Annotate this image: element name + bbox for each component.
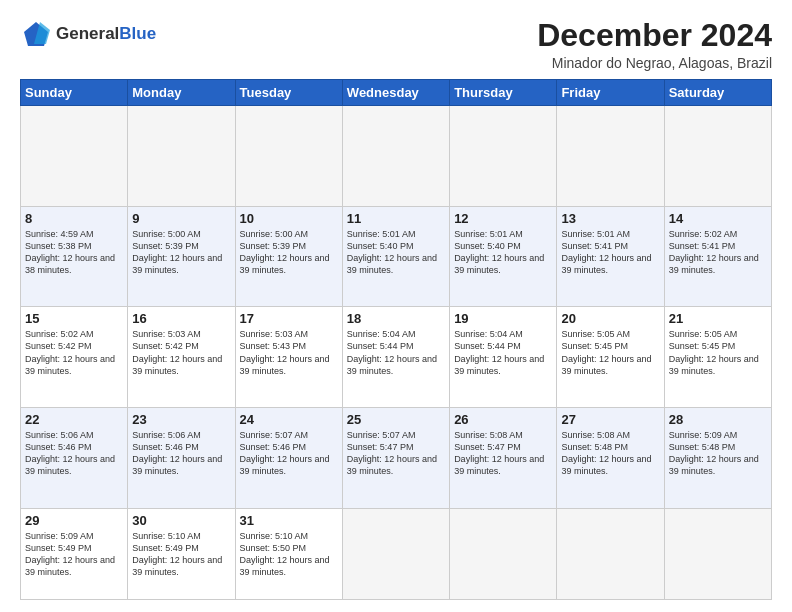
logo-icon: [20, 18, 52, 50]
day-number: 27: [561, 412, 659, 427]
table-row: [450, 106, 557, 207]
table-row: [450, 508, 557, 600]
table-row: [342, 508, 449, 600]
table-row: [128, 106, 235, 207]
day-info: Sunrise: 5:10 AMSunset: 5:50 PMDaylight:…: [240, 530, 338, 579]
table-row: 8Sunrise: 4:59 AMSunset: 5:38 PMDaylight…: [21, 206, 128, 307]
day-number: 21: [669, 311, 767, 326]
logo-general: General: [56, 24, 119, 43]
day-number: 22: [25, 412, 123, 427]
calendar-week-row: 22Sunrise: 5:06 AMSunset: 5:46 PMDayligh…: [21, 407, 772, 508]
day-number: 29: [25, 513, 123, 528]
table-row: 19Sunrise: 5:04 AMSunset: 5:44 PMDayligh…: [450, 307, 557, 408]
day-number: 18: [347, 311, 445, 326]
calendar-week-row: [21, 106, 772, 207]
table-row: 17Sunrise: 5:03 AMSunset: 5:43 PMDayligh…: [235, 307, 342, 408]
table-row: 13Sunrise: 5:01 AMSunset: 5:41 PMDayligh…: [557, 206, 664, 307]
location: Minador do Negrao, Alagoas, Brazil: [537, 55, 772, 71]
day-info: Sunrise: 5:01 AMSunset: 5:40 PMDaylight:…: [347, 228, 445, 277]
day-number: 14: [669, 211, 767, 226]
day-number: 26: [454, 412, 552, 427]
day-number: 24: [240, 412, 338, 427]
page: GeneralBlue December 2024 Minador do Neg…: [0, 0, 792, 612]
col-tuesday: Tuesday: [235, 80, 342, 106]
calendar-table: Sunday Monday Tuesday Wednesday Thursday…: [20, 79, 772, 600]
day-info: Sunrise: 5:07 AMSunset: 5:46 PMDaylight:…: [240, 429, 338, 478]
day-number: 10: [240, 211, 338, 226]
day-number: 30: [132, 513, 230, 528]
table-row: 29Sunrise: 5:09 AMSunset: 5:49 PMDayligh…: [21, 508, 128, 600]
table-row: [557, 508, 664, 600]
day-info: Sunrise: 5:06 AMSunset: 5:46 PMDaylight:…: [132, 429, 230, 478]
table-row: 26Sunrise: 5:08 AMSunset: 5:47 PMDayligh…: [450, 407, 557, 508]
col-sunday: Sunday: [21, 80, 128, 106]
table-row: 16Sunrise: 5:03 AMSunset: 5:42 PMDayligh…: [128, 307, 235, 408]
month-title: December 2024: [537, 18, 772, 53]
table-row: [664, 508, 771, 600]
calendar-week-row: 29Sunrise: 5:09 AMSunset: 5:49 PMDayligh…: [21, 508, 772, 600]
table-row: 14Sunrise: 5:02 AMSunset: 5:41 PMDayligh…: [664, 206, 771, 307]
table-row: 30Sunrise: 5:10 AMSunset: 5:49 PMDayligh…: [128, 508, 235, 600]
table-row: [557, 106, 664, 207]
logo: GeneralBlue: [20, 18, 156, 50]
day-number: 20: [561, 311, 659, 326]
day-number: 28: [669, 412, 767, 427]
day-number: 19: [454, 311, 552, 326]
table-row: 27Sunrise: 5:08 AMSunset: 5:48 PMDayligh…: [557, 407, 664, 508]
day-info: Sunrise: 5:08 AMSunset: 5:48 PMDaylight:…: [561, 429, 659, 478]
day-info: Sunrise: 5:06 AMSunset: 5:46 PMDaylight:…: [25, 429, 123, 478]
table-row: 21Sunrise: 5:05 AMSunset: 5:45 PMDayligh…: [664, 307, 771, 408]
table-row: 9Sunrise: 5:00 AMSunset: 5:39 PMDaylight…: [128, 206, 235, 307]
day-number: 25: [347, 412, 445, 427]
day-number: 17: [240, 311, 338, 326]
calendar-week-row: 8Sunrise: 4:59 AMSunset: 5:38 PMDaylight…: [21, 206, 772, 307]
table-row: 12Sunrise: 5:01 AMSunset: 5:40 PMDayligh…: [450, 206, 557, 307]
day-number: 13: [561, 211, 659, 226]
day-number: 31: [240, 513, 338, 528]
table-row: 18Sunrise: 5:04 AMSunset: 5:44 PMDayligh…: [342, 307, 449, 408]
day-info: Sunrise: 5:03 AMSunset: 5:43 PMDaylight:…: [240, 328, 338, 377]
header: GeneralBlue December 2024 Minador do Neg…: [20, 18, 772, 71]
day-info: Sunrise: 5:01 AMSunset: 5:41 PMDaylight:…: [561, 228, 659, 277]
table-row: 22Sunrise: 5:06 AMSunset: 5:46 PMDayligh…: [21, 407, 128, 508]
table-row: 15Sunrise: 5:02 AMSunset: 5:42 PMDayligh…: [21, 307, 128, 408]
day-info: Sunrise: 5:07 AMSunset: 5:47 PMDaylight:…: [347, 429, 445, 478]
day-info: Sunrise: 5:08 AMSunset: 5:47 PMDaylight:…: [454, 429, 552, 478]
day-info: Sunrise: 5:00 AMSunset: 5:39 PMDaylight:…: [240, 228, 338, 277]
logo-blue: Blue: [119, 24, 156, 43]
day-info: Sunrise: 5:01 AMSunset: 5:40 PMDaylight:…: [454, 228, 552, 277]
col-monday: Monday: [128, 80, 235, 106]
day-info: Sunrise: 5:05 AMSunset: 5:45 PMDaylight:…: [669, 328, 767, 377]
day-info: Sunrise: 5:09 AMSunset: 5:49 PMDaylight:…: [25, 530, 123, 579]
table-row: 20Sunrise: 5:05 AMSunset: 5:45 PMDayligh…: [557, 307, 664, 408]
table-row: 11Sunrise: 5:01 AMSunset: 5:40 PMDayligh…: [342, 206, 449, 307]
day-info: Sunrise: 5:02 AMSunset: 5:41 PMDaylight:…: [669, 228, 767, 277]
table-row: [342, 106, 449, 207]
table-row: 31Sunrise: 5:10 AMSunset: 5:50 PMDayligh…: [235, 508, 342, 600]
day-info: Sunrise: 5:05 AMSunset: 5:45 PMDaylight:…: [561, 328, 659, 377]
day-number: 16: [132, 311, 230, 326]
day-info: Sunrise: 5:09 AMSunset: 5:48 PMDaylight:…: [669, 429, 767, 478]
table-row: [235, 106, 342, 207]
day-info: Sunrise: 5:10 AMSunset: 5:49 PMDaylight:…: [132, 530, 230, 579]
calendar-week-row: 15Sunrise: 5:02 AMSunset: 5:42 PMDayligh…: [21, 307, 772, 408]
day-info: Sunrise: 5:03 AMSunset: 5:42 PMDaylight:…: [132, 328, 230, 377]
day-number: 11: [347, 211, 445, 226]
day-info: Sunrise: 5:04 AMSunset: 5:44 PMDaylight:…: [454, 328, 552, 377]
table-row: 10Sunrise: 5:00 AMSunset: 5:39 PMDayligh…: [235, 206, 342, 307]
day-info: Sunrise: 5:00 AMSunset: 5:39 PMDaylight:…: [132, 228, 230, 277]
col-thursday: Thursday: [450, 80, 557, 106]
calendar-header-row: Sunday Monday Tuesday Wednesday Thursday…: [21, 80, 772, 106]
table-row: 23Sunrise: 5:06 AMSunset: 5:46 PMDayligh…: [128, 407, 235, 508]
table-row: [21, 106, 128, 207]
table-row: 25Sunrise: 5:07 AMSunset: 5:47 PMDayligh…: [342, 407, 449, 508]
table-row: 24Sunrise: 5:07 AMSunset: 5:46 PMDayligh…: [235, 407, 342, 508]
day-number: 9: [132, 211, 230, 226]
day-info: Sunrise: 5:04 AMSunset: 5:44 PMDaylight:…: [347, 328, 445, 377]
col-saturday: Saturday: [664, 80, 771, 106]
col-friday: Friday: [557, 80, 664, 106]
day-number: 23: [132, 412, 230, 427]
title-section: December 2024 Minador do Negrao, Alagoas…: [537, 18, 772, 71]
day-number: 8: [25, 211, 123, 226]
day-info: Sunrise: 5:02 AMSunset: 5:42 PMDaylight:…: [25, 328, 123, 377]
